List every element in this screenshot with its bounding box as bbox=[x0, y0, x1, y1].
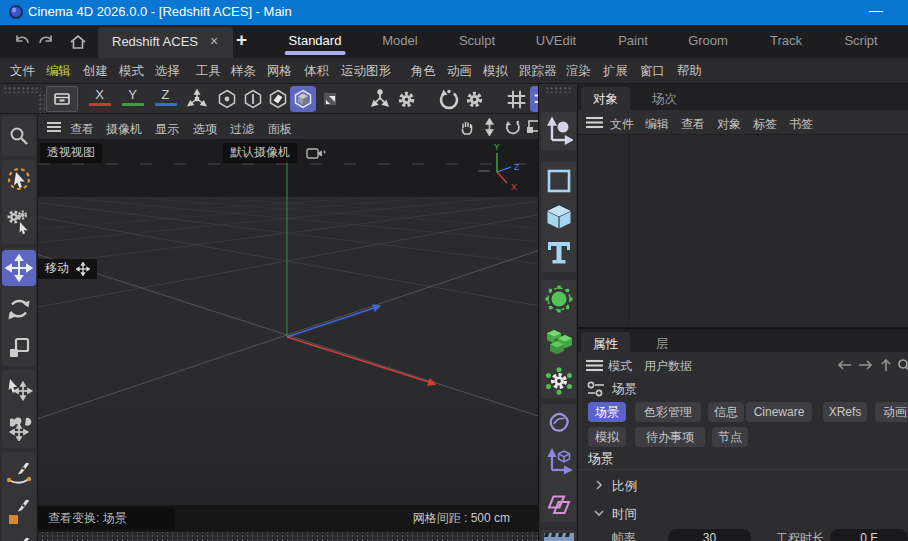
category-tab-3[interactable]: Cineware bbox=[746, 402, 812, 422]
coord-object-icon[interactable] bbox=[290, 86, 316, 112]
attribute-manager-menu-0[interactable]: 模式 bbox=[608, 358, 632, 375]
axis-modifier-icon[interactable] bbox=[183, 86, 211, 112]
timeline-drag-strip[interactable] bbox=[38, 532, 538, 541]
move-tool-icon[interactable] bbox=[2, 250, 36, 286]
forward-arrow-icon[interactable] bbox=[858, 359, 874, 371]
pan-hand-icon[interactable] bbox=[458, 119, 475, 136]
attribute-manager-menu-1[interactable]: 用户数据 bbox=[644, 358, 692, 375]
dolly-icon[interactable] bbox=[481, 118, 498, 136]
live-selection-icon[interactable] bbox=[2, 162, 36, 198]
spline-pen-icon[interactable] bbox=[2, 456, 36, 492]
object-manager-menu-0[interactable]: 文件 bbox=[610, 116, 634, 133]
object-manager-menu-3[interactable]: 对象 bbox=[717, 116, 741, 133]
menu-11[interactable]: 动画 bbox=[447, 63, 472, 80]
coord-center-icon[interactable] bbox=[214, 86, 239, 112]
axis-settings-gear-icon[interactable] bbox=[395, 86, 417, 112]
menu-15[interactable]: 扩展 bbox=[603, 63, 628, 80]
menu-3[interactable]: 模式 bbox=[119, 63, 144, 80]
menu-2[interactable]: 创建 bbox=[83, 63, 108, 80]
cloner-icon[interactable] bbox=[542, 488, 576, 522]
toolbar-drag-handle[interactable] bbox=[3, 86, 41, 93]
viewport-menu-2[interactable]: 显示 bbox=[155, 121, 179, 138]
volume-builder-icon[interactable] bbox=[542, 324, 576, 358]
subdivision-surface-icon[interactable] bbox=[542, 282, 576, 316]
category-tab-2[interactable]: 信息 bbox=[708, 402, 744, 422]
menu-6[interactable]: 样条 bbox=[231, 63, 256, 80]
viewport-menu-3[interactable]: 选项 bbox=[193, 121, 217, 138]
tweak-mode-icon[interactable] bbox=[2, 204, 36, 240]
workplane-box-button[interactable] bbox=[46, 86, 78, 112]
undo-icon[interactable] bbox=[12, 32, 32, 52]
camera-name-label[interactable]: 默认摄像机 bbox=[223, 143, 297, 163]
orbit-icon[interactable] bbox=[504, 119, 521, 136]
object-manager-menu-4[interactable]: 标签 bbox=[753, 116, 777, 133]
field-value-0[interactable]: 30 bbox=[668, 529, 751, 541]
menu-8[interactable]: 体积 bbox=[304, 63, 329, 80]
rotate-settings-gear-icon[interactable] bbox=[463, 86, 485, 112]
sketch-pen-icon[interactable] bbox=[2, 494, 36, 530]
minimize-button[interactable]: — bbox=[866, 2, 886, 22]
menu-0[interactable]: 文件 bbox=[10, 63, 35, 80]
object-list[interactable] bbox=[578, 135, 908, 327]
close-tab-icon[interactable]: × bbox=[210, 33, 218, 49]
menu-10[interactable]: 角色 bbox=[411, 63, 436, 80]
scale-tool-icon[interactable] bbox=[2, 330, 36, 366]
category-tab-4[interactable]: XRefs bbox=[823, 402, 867, 422]
text-tool-icon[interactable] bbox=[542, 236, 576, 270]
toolbar-drag-handle-2[interactable] bbox=[38, 93, 45, 113]
viewport-canvas[interactable]: Y Z X 透视视图 默认摄像机 移动 bbox=[38, 140, 538, 505]
viewport-hamburger-icon[interactable] bbox=[46, 121, 62, 133]
grid-quantize-icon[interactable] bbox=[504, 86, 529, 112]
category-tab2-0[interactable]: 模拟 bbox=[588, 427, 626, 447]
cube-primitive-icon[interactable] bbox=[542, 200, 576, 234]
menu-14[interactable]: 渲染 bbox=[566, 63, 591, 80]
coord-face-icon[interactable] bbox=[265, 86, 290, 112]
category-tab-0[interactable]: 场景 bbox=[588, 402, 626, 422]
document-tab[interactable]: Redshift ACES × bbox=[98, 27, 233, 58]
polygon-pen-icon[interactable] bbox=[2, 532, 36, 541]
object-manager-tab-1[interactable]: 场次 bbox=[640, 87, 689, 110]
menu-1[interactable]: 编辑 bbox=[46, 63, 71, 80]
palette-drag-handle[interactable] bbox=[545, 86, 573, 93]
axis-lock-x-button[interactable]: X bbox=[86, 87, 113, 111]
section-时间[interactable]: 时间 bbox=[578, 503, 908, 525]
coord-edge-icon[interactable] bbox=[240, 86, 265, 112]
spline-rectangle-icon[interactable] bbox=[542, 164, 576, 198]
object-manager-menu-2[interactable]: 查看 bbox=[681, 116, 705, 133]
coord-fragment-icon[interactable] bbox=[317, 86, 343, 112]
menu-16[interactable]: 窗口 bbox=[640, 63, 665, 80]
object-manager-tab-0[interactable]: 对象 bbox=[581, 87, 630, 110]
object-manager-menu-5[interactable]: 书签 bbox=[789, 116, 813, 133]
viewport-menu-5[interactable]: 面板 bbox=[268, 121, 292, 138]
home-icon[interactable] bbox=[68, 32, 88, 52]
viewport-menu-1[interactable]: 摄像机 bbox=[106, 121, 142, 138]
axis-lock-y-button[interactable]: Y bbox=[119, 87, 146, 111]
rotate-tool-icon[interactable] bbox=[2, 292, 36, 328]
layout-tab-track[interactable]: Track bbox=[770, 33, 802, 48]
menu-5[interactable]: 工具 bbox=[196, 63, 221, 80]
multi-move-icon[interactable] bbox=[2, 410, 36, 446]
category-tab2-1[interactable]: 待办事项 bbox=[635, 427, 705, 447]
object-manager-hamburger-icon[interactable] bbox=[586, 116, 603, 129]
search-icon[interactable] bbox=[2, 118, 36, 154]
layout-tab-paint[interactable]: Paint bbox=[618, 33, 648, 48]
back-arrow-icon[interactable] bbox=[836, 359, 852, 371]
section-比例[interactable]: 比例 bbox=[578, 475, 908, 497]
menu-17[interactable]: 帮助 bbox=[677, 63, 702, 80]
object-manager-menu-1[interactable]: 编辑 bbox=[645, 116, 669, 133]
attribute-search-icon[interactable] bbox=[897, 358, 908, 372]
axis-tool-icon[interactable] bbox=[366, 86, 393, 112]
viewport-menu-4[interactable]: 过滤 bbox=[230, 121, 254, 138]
category-tab-1[interactable]: 色彩管理 bbox=[635, 402, 701, 422]
layout-tab-groom[interactable]: Groom bbox=[688, 33, 728, 48]
render-strip-icon[interactable] bbox=[542, 532, 576, 541]
category-tab2-2[interactable]: 节点 bbox=[712, 427, 748, 447]
menu-13[interactable]: 跟踪器 bbox=[519, 63, 557, 80]
add-tab-button[interactable]: + bbox=[236, 29, 247, 51]
layout-tab-uvedit[interactable]: UVEdit bbox=[536, 33, 576, 48]
category-tab-5[interactable]: 动画 bbox=[875, 402, 908, 422]
mode-sliders-icon[interactable] bbox=[586, 381, 606, 397]
attribute-hamburger-icon[interactable] bbox=[586, 359, 603, 372]
rotate-snap-icon[interactable] bbox=[436, 86, 462, 112]
view-name-label[interactable]: 透视视图 bbox=[40, 143, 102, 163]
